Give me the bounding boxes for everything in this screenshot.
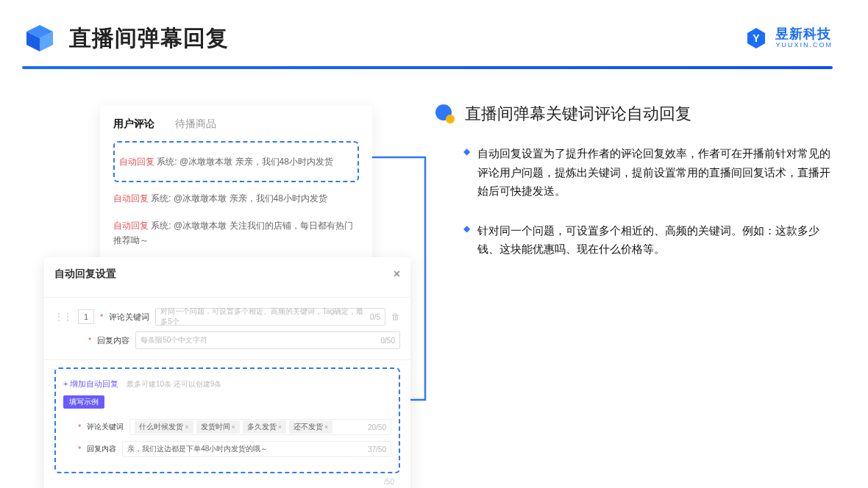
right-column: 直播间弹幕关键词评论自动回复 ◆ 自动回复设置为了提升作者的评论回复效率，作者可…	[434, 98, 833, 451]
auto-reply-tag: 自动回复	[113, 220, 149, 231]
field-label: 回复内容	[87, 444, 116, 454]
sys-label: 系统:	[151, 220, 171, 231]
tab-user-comments[interactable]: 用户评论	[113, 118, 154, 131]
keyword-field-row: ⋮⋮ 1 * 评论关键词 对同一个问题，可设置多个相近、高频的关键词，Tag确定…	[54, 308, 400, 326]
example-reply-value: 亲，我们这边都是下单48小时内发货的哦～	[127, 444, 268, 454]
settings-panel: 自动回复设置 × ⋮⋮ 1 * 评论关键词 对同一个问题，可设置多个相近、高频的…	[44, 257, 410, 488]
drag-handle-icon[interactable]: ⋮⋮	[54, 312, 72, 322]
comment-text: @冰墩墩本墩 关注我们的店铺，每日都有热门推荐呦～	[113, 220, 353, 245]
tabbar: 用户评论 待播商品	[113, 118, 359, 131]
counter: 0/50	[381, 337, 395, 345]
trash-icon[interactable]: 🗑	[391, 312, 400, 322]
comment-row: 自动回复 系统: @冰墩墩本墩 亲亲，我们48小时内发货	[113, 185, 359, 212]
keyword-tag[interactable]: 多久发货×	[243, 420, 286, 434]
page-title: 直播间弹幕回复	[69, 24, 229, 54]
counter: 37/50	[368, 445, 386, 453]
bullet-text: 针对同一个问题，可设置多个相近的、高频的关键词。例如：这款多少钱、这块能优惠吗、…	[477, 221, 833, 259]
field-label: 回复内容	[97, 335, 129, 346]
outer-counter: /50	[54, 478, 400, 486]
example-keyword-row: * 评论关键词 什么时候发货×发货时间×多久发货×还不发货× 20/50	[63, 419, 391, 435]
keyword-input[interactable]: 对同一个问题，可设置多个相近、高频的关键词，Tag确定，最多5个 0/5	[155, 308, 385, 326]
title-wrap: 直播间弹幕回复	[24, 22, 229, 54]
comment-text: @冰墩墩本墩 亲亲，我们48小时内发货	[174, 193, 327, 204]
chat-bubble-icon	[434, 103, 456, 125]
field-label: 评论关键词	[109, 312, 149, 323]
rule-index: 1	[78, 309, 94, 324]
tag-remove-icon[interactable]: ×	[278, 423, 282, 431]
example-reply-row: * 回复内容 亲，我们这边都是下单48小时内发货的哦～ 37/50	[63, 441, 391, 457]
comment-row: 自动回复 系统: @冰墩墩本墩 关注我们的店铺，每日都有热门推荐呦～	[113, 212, 359, 254]
divider	[44, 359, 410, 360]
required-dot: *	[100, 312, 103, 321]
brand-logo-icon: Y	[744, 26, 768, 50]
add-rule-note: 最多可建10条 还可以创建9条	[127, 380, 221, 388]
placeholder-text: 对同一个问题，可设置多个相近、高频的关键词，Tag确定，最多5个	[160, 306, 370, 327]
counter: 20/50	[368, 423, 386, 431]
keyword-tag[interactable]: 什么时候发货×	[135, 420, 193, 434]
brand-en: YUUXIN.COM	[775, 42, 833, 49]
brand-cn: 昱新科技	[775, 27, 833, 42]
reply-input[interactable]: 每条限50个中文字符 0/50	[135, 331, 400, 349]
bullet-text: 自动回复设置为了提升作者的评论回复效率，作者可在开播前针对常见的评论用户问题，提…	[477, 144, 833, 201]
counter: 0/5	[370, 313, 380, 321]
right-heading: 直播间弹幕关键词评论自动回复	[465, 103, 691, 125]
add-rule-row: + 增加自动回复 最多可建10条 还可以创建9条	[63, 376, 391, 390]
page-header: 直播间弹幕回复 Y 昱新科技 YUUXIN.COM	[0, 0, 868, 62]
left-column: 用户评论 待播商品 自动回复 系统: @冰墩墩本墩 亲亲，我们48小时内发货 自…	[44, 98, 412, 451]
tag-remove-icon[interactable]: ×	[324, 423, 328, 431]
bullet-item: ◆ 针对同一个问题，可设置多个相近的、高频的关键词。例如：这款多少钱、这块能优惠…	[434, 221, 833, 259]
example-keyword-input[interactable]: 什么时候发货×发货时间×多久发货×还不发货× 20/50	[129, 419, 391, 435]
sys-label: 系统:	[151, 193, 171, 204]
diamond-bullet-icon: ◆	[463, 146, 470, 201]
svg-point-5	[446, 115, 455, 123]
example-reply-input[interactable]: 亲，我们这边都是下单48小时内发货的哦～ 37/50	[122, 441, 391, 457]
required-dot: *	[88, 336, 91, 345]
tab-pending-goods[interactable]: 待播商品	[175, 118, 216, 131]
required-dot: *	[78, 445, 81, 453]
comment-text: @冰墩墩本墩 亲亲，我们48小时内发货	[179, 157, 333, 167]
cube-icon	[24, 22, 56, 54]
tag-remove-icon[interactable]: ×	[185, 423, 188, 431]
settings-title: 自动回复设置	[54, 268, 116, 281]
tags-host: 什么时候发货×发货时间×多久发货×还不发货×	[135, 420, 335, 434]
close-icon[interactable]: ×	[394, 268, 400, 281]
comment-row: 自动回复 系统: @冰墩墩本墩 亲亲，我们48小时内发货	[119, 148, 353, 175]
brand: Y 昱新科技 YUUXIN.COM	[744, 26, 833, 50]
svg-text:Y: Y	[753, 32, 761, 44]
example-block: + 增加自动回复 最多可建10条 还可以创建9条 填写示例 * 评论关键词 什么…	[54, 367, 400, 473]
settings-header: 自动回复设置 ×	[54, 268, 400, 287]
bullet-item: ◆ 自动回复设置为了提升作者的评论回复效率，作者可在开播前针对常见的评论用户问题…	[434, 144, 833, 201]
comment-panel: 用户评论 待播商品 自动回复 系统: @冰墩墩本墩 亲亲，我们48小时内发货 自…	[100, 106, 372, 268]
diamond-bullet-icon: ◆	[463, 223, 470, 259]
field-label: 评论关键词	[87, 422, 124, 432]
auto-reply-tag: 自动回复	[113, 193, 149, 204]
required-dot: *	[78, 423, 81, 431]
keyword-tag[interactable]: 还不发货×	[289, 420, 332, 434]
right-heading-row: 直播间弹幕关键词评论自动回复	[434, 103, 833, 125]
tag-remove-icon[interactable]: ×	[232, 423, 235, 431]
add-rule-link[interactable]: + 增加自动回复	[63, 379, 118, 388]
divider	[44, 297, 410, 298]
reply-field-row: * 回复内容 每条限50个中文字符 0/50	[54, 331, 400, 349]
example-badge: 填写示例	[63, 395, 104, 409]
placeholder-text: 每条限50个中文字符	[140, 335, 207, 345]
highlighted-comment: 自动回复 系统: @冰墩墩本墩 亲亲，我们48小时内发货	[113, 141, 359, 182]
sys-label: 系统:	[157, 157, 177, 167]
keyword-tag[interactable]: 发货时间×	[196, 420, 240, 434]
auto-reply-tag: 自动回复	[119, 157, 154, 167]
